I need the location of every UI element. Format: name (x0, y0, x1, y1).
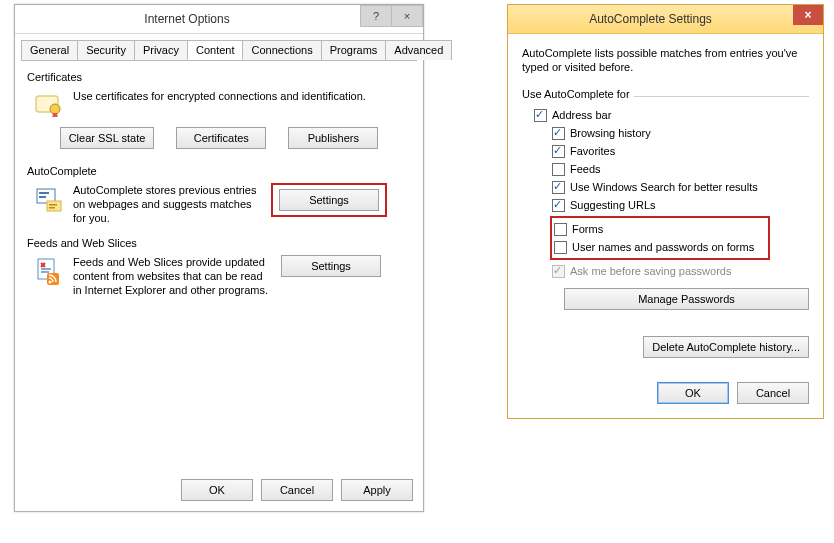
autocomplete-text: AutoComplete stores previous entries on … (73, 183, 271, 225)
checkbox-icon (534, 109, 547, 122)
publishers-button[interactable]: Publishers (288, 127, 378, 149)
option-suggesting-urls[interactable]: Suggesting URLs (534, 196, 809, 214)
help-button[interactable]: ? (360, 5, 392, 27)
certificates-content: Use certificates for encrypted connectio… (27, 83, 411, 121)
svg-rect-6 (49, 204, 57, 206)
ok-button[interactable]: OK (657, 382, 729, 404)
autocomplete-group: AutoComplete AutoComplete stores previou… (27, 165, 411, 225)
checkbox-icon (552, 181, 565, 194)
feeds-icon (33, 255, 65, 287)
svg-point-10 (49, 281, 52, 284)
option-browsing-history[interactable]: Browsing history (534, 124, 809, 142)
internet-options-titlebar: Internet Options ? × (15, 5, 423, 34)
tab-content[interactable]: Content (187, 40, 244, 60)
feeds-settings-wrap: Settings (281, 255, 381, 297)
autocomplete-settings-dialog: AutoComplete Settings × AutoComplete lis… (507, 4, 824, 419)
checkbox-icon (554, 241, 567, 254)
svg-point-1 (50, 104, 60, 114)
autocomplete-settings-body: AutoComplete lists possible matches from… (508, 34, 823, 418)
highlight-settings: Settings (271, 183, 387, 217)
svg-rect-7 (49, 207, 55, 209)
certificates-group: Certificates Use certificates for encryp… (27, 71, 411, 153)
certificates-text: Use certificates for encrypted connectio… (73, 89, 411, 121)
close-button[interactable]: × (391, 5, 423, 27)
use-autocomplete-legend: Use AutoComplete for (522, 88, 634, 100)
checkbox-icon (552, 145, 565, 158)
apply-button[interactable]: Apply (341, 479, 413, 501)
tab-advanced[interactable]: Advanced (385, 40, 452, 60)
clear-ssl-button[interactable]: Clear SSL state (60, 127, 155, 149)
option-label: Forms (572, 223, 603, 235)
autocomplete-intro: AutoComplete lists possible matches from… (522, 46, 809, 74)
checkbox-icon (552, 127, 565, 140)
delete-history-button[interactable]: Delete AutoComplete history... (643, 336, 809, 358)
option-address-bar[interactable]: Address bar (534, 106, 809, 124)
option-label: Suggesting URLs (570, 199, 656, 211)
autocomplete-content: AutoComplete stores previous entries on … (27, 177, 411, 225)
option-favorites[interactable]: Favorites (534, 142, 809, 160)
autocomplete-settings-titlebar: AutoComplete Settings × (508, 5, 823, 34)
svg-rect-3 (39, 192, 49, 194)
option-label: User names and passwords on forms (572, 241, 754, 253)
highlight-forms-options: Forms User names and passwords on forms (550, 216, 770, 260)
option-label: Browsing history (570, 127, 651, 139)
option-forms[interactable]: Forms (554, 220, 764, 238)
feeds-settings-button[interactable]: Settings (281, 255, 381, 277)
tab-programs[interactable]: Programs (321, 40, 387, 60)
option-windows-search[interactable]: Use Windows Search for better results (534, 178, 809, 196)
feeds-legend: Feeds and Web Slices (27, 237, 141, 249)
certificates-button[interactable]: Certificates (176, 127, 266, 149)
feeds-group: Feeds and Web Slices Feeds and Web Slice… (27, 237, 411, 297)
internet-options-body: Certificates Use certificates for encryp… (15, 61, 423, 297)
tab-security[interactable]: Security (77, 40, 135, 60)
ok-button[interactable]: OK (181, 479, 253, 501)
tab-connections[interactable]: Connections (242, 40, 321, 60)
svg-rect-5 (47, 201, 61, 211)
tab-strip: General Security Privacy Content Connect… (15, 34, 423, 60)
feeds-content: Feeds and Web Slices provide updated con… (27, 249, 411, 297)
manage-passwords-wrap: Manage Passwords (564, 288, 809, 310)
option-label: Use Windows Search for better results (570, 181, 758, 193)
internet-options-title: Internet Options (15, 5, 359, 33)
tab-general[interactable]: General (21, 40, 78, 60)
use-autocomplete-group: Use AutoComplete for Address bar Browsin… (522, 84, 809, 404)
autocomplete-footer: OK Cancel (522, 382, 809, 404)
autocomplete-settings-title: AutoComplete Settings (508, 5, 793, 33)
checkbox-icon (554, 223, 567, 236)
svg-rect-9 (47, 273, 59, 285)
cancel-button[interactable]: Cancel (261, 479, 333, 501)
checkbox-icon (552, 163, 565, 176)
autocomplete-options: Address bar Browsing history Favorites F… (522, 100, 809, 310)
certificate-icon (33, 89, 65, 121)
checkbox-icon (552, 199, 565, 212)
manage-passwords-button[interactable]: Manage Passwords (564, 288, 809, 310)
certificates-legend: Certificates (27, 71, 86, 83)
option-label: Feeds (570, 163, 601, 175)
internet-options-footer: OK Cancel Apply (181, 479, 413, 501)
option-label: Ask me before saving passwords (570, 265, 731, 277)
option-label: Favorites (570, 145, 615, 157)
cancel-button[interactable]: Cancel (737, 382, 809, 404)
option-user-pass[interactable]: User names and passwords on forms (554, 238, 764, 256)
feeds-text: Feeds and Web Slices provide updated con… (73, 255, 281, 297)
autocomplete-legend: AutoComplete (27, 165, 101, 177)
option-ask-before: Ask me before saving passwords (534, 262, 809, 280)
svg-rect-4 (39, 196, 46, 198)
option-label: Address bar (552, 109, 611, 121)
autocomplete-close-button[interactable]: × (793, 5, 823, 25)
checkbox-icon (552, 265, 565, 278)
titlebar-buttons: ? × (361, 5, 423, 27)
autocomplete-settings-wrap: Settings (271, 183, 387, 225)
internet-options-dialog: Internet Options ? × General Security Pr… (14, 4, 424, 512)
autocomplete-icon (33, 183, 65, 215)
autocomplete-settings-button[interactable]: Settings (279, 189, 379, 211)
certificates-buttons: Clear SSL state Certificates Publishers (27, 121, 411, 153)
tab-privacy[interactable]: Privacy (134, 40, 188, 60)
option-feeds[interactable]: Feeds (534, 160, 809, 178)
delete-history-wrap: Delete AutoComplete history... (522, 336, 809, 358)
